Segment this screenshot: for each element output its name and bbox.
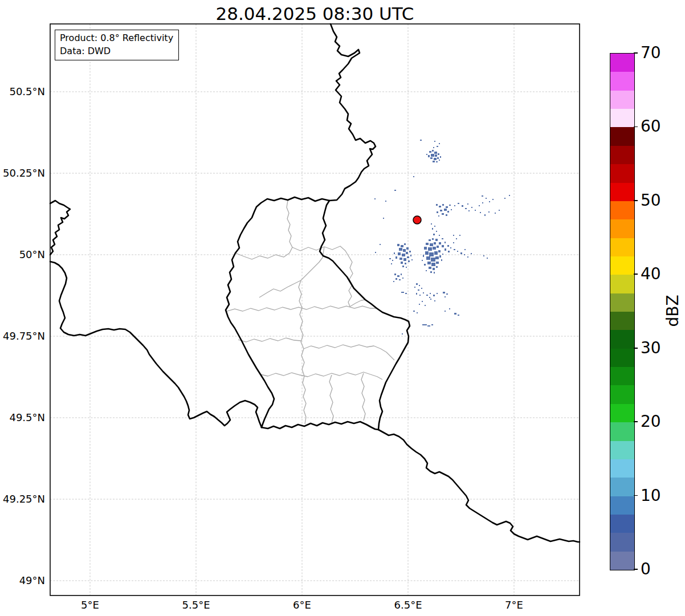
colorbar-segment bbox=[610, 219, 634, 238]
colorbar-tick-label: 40 bbox=[641, 264, 661, 284]
colorbar-segment bbox=[610, 54, 634, 72]
colorbar-tick-mark bbox=[634, 274, 638, 275]
y-tick-label: 50.5°N bbox=[0, 85, 45, 99]
colorbar-segment bbox=[610, 330, 634, 349]
colorbar-tick-label: 20 bbox=[641, 412, 661, 431]
colorbar-segment bbox=[610, 145, 634, 164]
colorbar-tick-mark bbox=[634, 421, 638, 422]
colorbar-segment bbox=[610, 293, 634, 312]
colorbar-segment bbox=[610, 385, 634, 404]
colorbar-tick-label: 30 bbox=[641, 338, 661, 358]
data-source-line: Data: DWD bbox=[60, 44, 173, 58]
radar-echo-layer bbox=[374, 140, 510, 334]
colorbar-segment bbox=[610, 533, 634, 552]
gridlines bbox=[50, 24, 580, 595]
colorbar-tick-mark bbox=[634, 495, 638, 496]
axes-spine bbox=[50, 24, 580, 595]
canton-borders bbox=[227, 201, 394, 424]
colorbar-segment bbox=[610, 127, 634, 146]
colorbar-segment bbox=[610, 478, 634, 496]
colorbar-segment bbox=[610, 109, 634, 128]
x-tick-label: 6.5°E bbox=[382, 599, 434, 611]
y-tick-label: 49.5°N bbox=[0, 411, 45, 425]
y-tick-label: 49.75°N bbox=[0, 329, 45, 343]
colorbar-axis-label: dBZ bbox=[663, 283, 682, 340]
colorbar bbox=[610, 53, 635, 570]
colorbar-tick-mark bbox=[634, 200, 638, 201]
colorbar-segment bbox=[610, 201, 634, 219]
colorbar-segment bbox=[610, 256, 634, 275]
y-tick-label: 50°N bbox=[0, 248, 45, 262]
map-svg bbox=[0, 0, 685, 616]
product-annotation-box: Product: 0.8° Reflectivity Data: DWD bbox=[55, 30, 179, 60]
colorbar-segment bbox=[610, 422, 634, 441]
y-tick-label: 50.25°N bbox=[0, 166, 45, 180]
colorbar-tick-label: 70 bbox=[641, 43, 661, 63]
colorbar-tick-mark bbox=[634, 127, 638, 128]
colorbar-segment bbox=[610, 551, 634, 570]
radar-site-marker bbox=[413, 216, 421, 224]
colorbar-segment bbox=[610, 403, 634, 422]
colorbar-segment bbox=[610, 312, 634, 331]
x-tick-label: 5°E bbox=[64, 599, 116, 611]
y-tick-label: 49°N bbox=[0, 574, 45, 588]
colorbar-segment bbox=[610, 182, 634, 201]
colorbar-segment bbox=[610, 238, 634, 256]
y-tick-label: 49.25°N bbox=[0, 492, 45, 506]
colorbar-tick-label: 10 bbox=[641, 486, 661, 505]
x-tick-label: 5.5°E bbox=[170, 599, 222, 611]
colorbar-segment bbox=[610, 367, 634, 386]
colorbar-segment bbox=[610, 348, 634, 367]
product-line: Product: 0.8° Reflectivity bbox=[60, 31, 173, 44]
colorbar-segment bbox=[610, 459, 634, 478]
colorbar-tick-label: 50 bbox=[641, 191, 661, 210]
colorbar-segment bbox=[610, 496, 634, 515]
x-tick-label: 7°E bbox=[488, 599, 540, 611]
country-borders bbox=[50, 24, 580, 542]
colorbar-segment bbox=[610, 515, 634, 533]
colorbar-segment bbox=[610, 72, 634, 91]
colorbar-tick-mark bbox=[634, 569, 638, 570]
x-tick-label: 6°E bbox=[276, 599, 328, 611]
colorbar-segment bbox=[610, 440, 634, 459]
colorbar-segment bbox=[610, 275, 634, 293]
colorbar-segment bbox=[610, 164, 634, 183]
colorbar-tick-label: 0 bbox=[641, 560, 651, 579]
colorbar-tick-label: 60 bbox=[641, 117, 661, 136]
colorbar-tick-mark bbox=[634, 52, 638, 54]
colorbar-tick-mark bbox=[634, 348, 638, 349]
radar-figure: 28.04.2025 08:30 UTC Product: 0.8° Refle… bbox=[0, 0, 685, 616]
colorbar-segment bbox=[610, 90, 634, 109]
